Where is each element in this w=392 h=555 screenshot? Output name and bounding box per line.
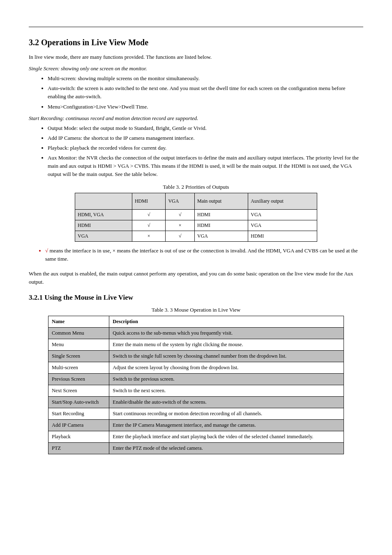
table-row: Menu Enter the main menu of the system b… (48, 339, 344, 351)
td: Adjust the screen layout by choosing fro… (109, 362, 344, 374)
th: VGA (166, 193, 195, 209)
td: Start Recording (48, 408, 109, 420)
table-row: Add IP Camera Enter the IP Camera Manage… (48, 420, 344, 431)
td: Enable/disable the auto-switch of the sc… (109, 397, 344, 408)
single-screen-lead: Single Screen: showing only one screen o… (29, 65, 363, 72)
th: Main output (194, 193, 248, 209)
td: HDMI (248, 231, 317, 241)
priorities-table: HDMI VGA Main output Auxiliary output HD… (75, 193, 317, 242)
td: × (132, 231, 165, 241)
td: Start/Stop Auto-switch (48, 397, 109, 408)
table-row: VGA × √ VGA HDMI (75, 231, 317, 241)
td: √ (166, 209, 195, 220)
start-recording-lead: Start Recording: continuous record and m… (29, 115, 363, 122)
table-row: Start Recording Start continuous recordi… (48, 408, 344, 420)
mouse-operation-table: Name Description Common Menu Quick acces… (48, 316, 344, 454)
td: HDMI (75, 220, 132, 231)
table-row: Playback Enter the playback interface an… (48, 431, 344, 443)
aux-paragraph: When the aux output is enabled, the main… (29, 270, 363, 286)
feature-list-1: Multi-screen: showing multiple screens o… (29, 74, 363, 111)
list-item: Multi-screen: showing multiple screens o… (48, 74, 363, 83)
table-1-caption: Table 3. 2 Priorities of Outputs (29, 184, 363, 190)
table-row: Common Menu Quick access to the sub-menu… (48, 328, 344, 339)
td: Start continuous recording or motion det… (109, 408, 344, 420)
td: Quick access to the sub-menus which you … (109, 328, 344, 339)
list-item: Output Mode: select the output mode to S… (48, 124, 363, 132)
table-row: PTZ Enter the PTZ mode of the selected c… (48, 443, 344, 454)
td: Previous Screen (48, 374, 109, 385)
td: Enter the IP Camera Management interface… (109, 420, 344, 431)
note-text: means the interface is in use, × means t… (45, 247, 357, 262)
note-list: √ means the interface is in use, × means… (29, 247, 363, 263)
table-row: Single Screen Switch to the single full … (48, 351, 344, 362)
list-item: Auto-switch: the screen is auto switched… (48, 84, 363, 101)
th: Auxiliary output (248, 193, 317, 209)
td: × (166, 220, 195, 231)
td: Menu (48, 339, 109, 351)
td: Common Menu (48, 328, 109, 339)
table-row: HDMI, VGA √ √ HDMI VGA (75, 209, 317, 220)
table-2-caption: Table 3. 3 Mouse Operation in Live View (29, 307, 363, 313)
th: Name (48, 316, 109, 328)
td: VGA (248, 220, 317, 231)
th: Description (109, 316, 344, 328)
td: HDMI (194, 209, 248, 220)
table-row: Next Screen Switch to the next screen. (48, 385, 344, 397)
td: VGA (75, 231, 132, 241)
td: Add IP Camera (48, 420, 109, 431)
table-row: HDMI √ × HDMI VGA (75, 220, 317, 231)
td: Multi-screen (48, 362, 109, 374)
td: Playback (48, 431, 109, 443)
td: Enter the playback interface and start p… (109, 431, 344, 443)
td: √ (132, 220, 165, 231)
list-item: Add IP Camera: the shortcut to the IP ca… (48, 134, 363, 142)
subsection-title: 3.2.1 Using the Mouse in Live View (29, 294, 363, 302)
list-item: Menu>Configuration>Live View>Dwell Time. (48, 103, 363, 111)
td: VGA (248, 209, 317, 220)
intro-paragraph: In live view mode, there are many functi… (29, 53, 363, 61)
td: Switch to the previous screen. (109, 374, 344, 385)
th (75, 193, 132, 209)
td: √ (132, 209, 165, 220)
td: Switch to the next screen. (109, 385, 344, 397)
list-item: Playback: playback the recorded videos f… (48, 144, 363, 152)
list-item: Aux Monitor: the NVR checks the connecti… (48, 154, 363, 178)
td: VGA (194, 231, 248, 241)
td: Enter the PTZ mode of the selected camer… (109, 443, 344, 454)
table-row: Start/Stop Auto-switch Enable/disable th… (48, 397, 344, 408)
note-item: √ means the interface is in use, × means… (45, 247, 363, 263)
td: HDMI, VGA (75, 209, 132, 220)
th: HDMI (132, 193, 165, 209)
header-rule (29, 20, 363, 27)
table-row: Multi-screen Adjust the screen layout by… (48, 362, 344, 374)
feature-list-2: Output Mode: select the output mode to S… (29, 124, 363, 179)
td: Switch to the single full screen by choo… (109, 351, 344, 362)
section-title: 3.2 Operations in Live View Mode (29, 38, 363, 47)
td: Single Screen (48, 351, 109, 362)
td: √ (166, 231, 195, 241)
td: Next Screen (48, 385, 109, 397)
td: Enter the main menu of the system by rig… (109, 339, 344, 351)
table-row: Previous Screen Switch to the previous s… (48, 374, 344, 385)
td: PTZ (48, 443, 109, 454)
td: HDMI (194, 220, 248, 231)
